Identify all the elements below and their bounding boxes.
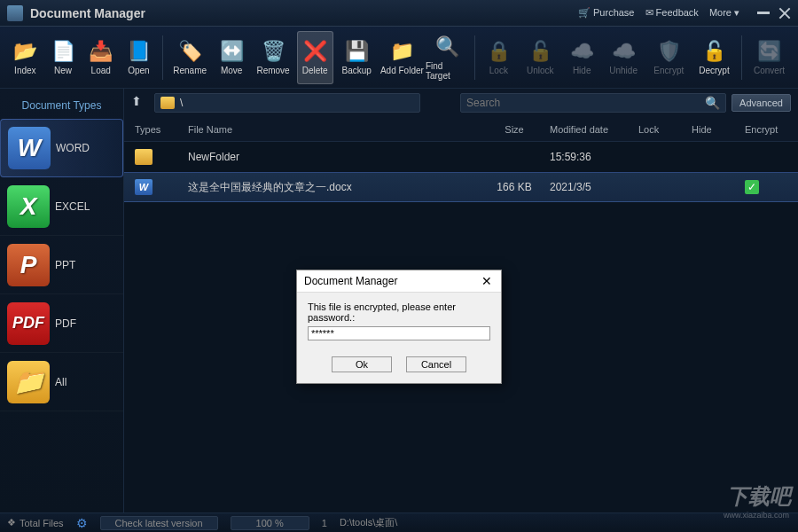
progress-indicator: 100 % (231, 516, 309, 530)
rename-icon: 🏷️ (177, 39, 202, 64)
index-button[interactable]: 📂Index (7, 31, 43, 84)
feedback-link[interactable]: ✉ Feedback (645, 7, 699, 19)
col-size[interactable]: Size (479, 124, 550, 135)
search-box[interactable]: 🔍 (460, 93, 726, 113)
statusbar: ❖ Total Files ⚙ Check latest version 100… (0, 512, 798, 532)
remove-button[interactable]: 🗑️Remove (251, 31, 294, 84)
addfolder-icon: 📁 (389, 39, 414, 64)
table-body: NewFolder15:59:36W这是全中国最经典的文章之一.docx166 … (124, 142, 798, 202)
current-path: D:\tools\桌面\ (340, 516, 397, 529)
advanced-button[interactable]: Advanced (732, 94, 791, 112)
table-header: Types File Name Size Modified date Lock … (124, 117, 798, 142)
col-name[interactable]: File Name (188, 124, 479, 135)
all-icon: 📁 (7, 361, 50, 403)
sidebar-item-word[interactable]: WWORD (0, 119, 123, 177)
total-files-label: ❖ Total Files (7, 517, 64, 528)
purchase-link[interactable]: 🛒 Purchase (578, 7, 635, 19)
sidebar-item-ppt[interactable]: PPPT (0, 236, 123, 294)
dialog-close-icon[interactable]: ✕ (480, 274, 494, 288)
pdf-icon: PDF (7, 302, 50, 345)
index-icon: 📂 (12, 39, 37, 64)
encrypt-button: 🛡️Encrypt (647, 31, 691, 84)
table-row[interactable]: W这是全中国最经典的文章之一.docx166 KB2021/3/5✓ (124, 172, 798, 202)
path-box[interactable]: \ (154, 93, 420, 113)
check-version-button[interactable]: Check latest version (100, 516, 218, 530)
sidebar-header: Document Types (0, 89, 123, 119)
col-hide[interactable]: Hide (692, 124, 745, 135)
app-title: Document Manager (30, 6, 578, 20)
toolbar: 📂Index📄New📥Load📘Open🏷️Rename↔️Move🗑️Remo… (0, 27, 798, 89)
col-types[interactable]: Types (135, 124, 188, 135)
excel-icon: X (7, 185, 50, 228)
convert-icon: 🔄 (756, 39, 781, 64)
new-icon: 📄 (51, 39, 75, 64)
search-icon[interactable]: 🔍 (705, 96, 720, 110)
open-button[interactable]: 📘Open (121, 31, 157, 84)
sidebar: Document Types WWORDXEXCELPPPTPDFPDF📁All (0, 89, 124, 512)
addfolder-button[interactable]: 📁Add Folder (380, 31, 424, 84)
dialog-titlebar: Document Manager ✕ (297, 270, 501, 293)
folder-icon (135, 149, 153, 165)
decrypt-button[interactable]: 🔓Decrypt (692, 31, 736, 84)
move-icon: ↔️ (219, 39, 244, 64)
title-links: 🛒 Purchase ✉ Feedback More ▾ (578, 7, 739, 19)
new-button[interactable]: 📄New (45, 31, 82, 84)
rename-button[interactable]: 🏷️Rename (168, 31, 212, 84)
unlock-button: 🔓Unlock (519, 31, 562, 84)
watermark-sub: www.xiazaiba.com (724, 511, 789, 520)
close-button[interactable] (778, 7, 791, 20)
encrypted-check-icon: ✓ (745, 180, 759, 194)
window-controls (757, 7, 791, 20)
table-row[interactable]: NewFolder15:59:36 (124, 142, 798, 172)
ok-button[interactable]: Ok (332, 356, 392, 372)
col-mod[interactable]: Modified date (550, 124, 638, 135)
sidebar-item-pdf[interactable]: PDFPDF (0, 294, 123, 353)
unhide-button: ☁️Unhide (602, 31, 645, 84)
unlock-icon: 🔓 (528, 39, 552, 64)
load-icon: 📥 (89, 39, 113, 64)
word-file-icon: W (135, 179, 153, 195)
password-dialog: Document Manager ✕ This file is encrypte… (296, 270, 502, 384)
remove-icon: 🗑️ (261, 39, 286, 64)
delete-button[interactable]: ❌Delete (297, 31, 333, 84)
sidebar-item-excel[interactable]: XEXCEL (0, 177, 123, 236)
file-count: 1 (322, 518, 327, 528)
watermark: 下载吧 (727, 482, 791, 511)
load-button[interactable]: 📥Load (82, 31, 119, 84)
up-button[interactable]: ⬆ (131, 94, 149, 112)
minimize-button[interactable] (757, 12, 770, 14)
dialog-message: This file is encrypted, please enter pas… (308, 301, 490, 323)
word-icon: W (8, 127, 51, 169)
settings-icon[interactable]: ⚙ (76, 516, 88, 530)
open-icon: 📘 (126, 39, 151, 64)
path-text: \ (180, 97, 183, 109)
backup-icon: 💾 (344, 39, 369, 64)
pathbar: ⬆ \ 🔍 Advanced (124, 89, 798, 117)
ppt-icon: P (7, 244, 50, 286)
unhide-icon: ☁️ (611, 39, 636, 64)
findtarget-icon: 🔍 (435, 35, 460, 59)
move-button[interactable]: ↔️Move (214, 31, 250, 84)
hide-icon: ☁️ (569, 39, 594, 64)
folder-icon (160, 97, 175, 109)
convert-button: 🔄Convert (747, 31, 791, 84)
encrypt-icon: 🛡️ (656, 39, 681, 64)
backup-button[interactable]: 💾Backup (335, 31, 379, 84)
findtarget-button[interactable]: 🔍Find Target (426, 31, 469, 84)
lock-button: 🔒Lock (481, 31, 517, 84)
decrypt-icon: 🔓 (701, 39, 726, 64)
lock-icon: 🔒 (486, 39, 511, 64)
delete-icon: ❌ (302, 39, 327, 64)
password-input[interactable] (308, 326, 490, 340)
titlebar: Document Manager 🛒 Purchase ✉ Feedback M… (0, 0, 798, 27)
col-lock[interactable]: Lock (638, 124, 692, 135)
dialog-title: Document Manager (304, 275, 397, 287)
cancel-button[interactable]: Cancel (406, 356, 466, 372)
search-input[interactable] (466, 97, 705, 109)
sidebar-item-all[interactable]: 📁All (0, 353, 123, 411)
more-link[interactable]: More ▾ (709, 7, 739, 19)
app-icon (7, 5, 23, 21)
col-enc[interactable]: Encrypt (745, 124, 798, 135)
hide-button: ☁️Hide (564, 31, 600, 84)
